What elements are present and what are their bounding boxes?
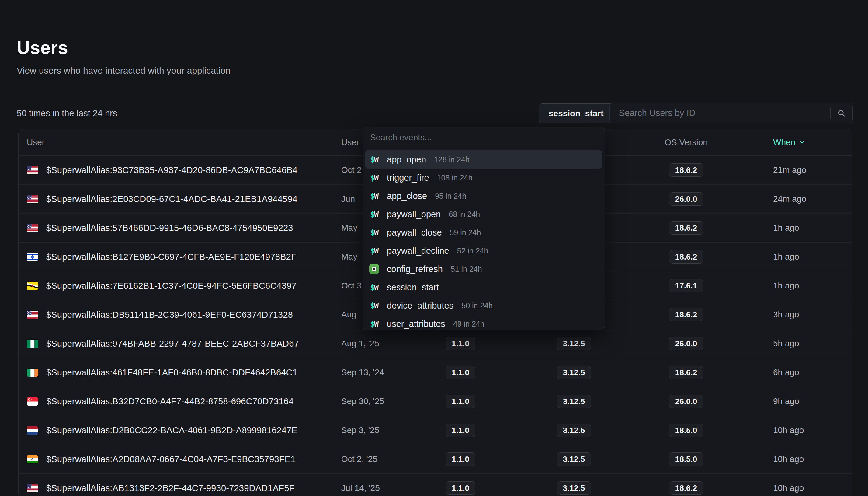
user-first-seen: Jul 14, '25	[341, 474, 380, 496]
os-version-badge: 26.0.0	[669, 192, 703, 206]
search-input[interactable]	[610, 103, 830, 123]
table-row[interactable]: $SuperwallAlias:AB1313F2-2B2F-44C7-9930-…	[19, 474, 852, 496]
event-count: 108 in 24h	[437, 173, 472, 182]
event-count: 51 in 24h	[451, 265, 482, 274]
event-list: $W app_open 128 in 24h $W trigger_fire 1…	[363, 148, 605, 330]
user-id: $SuperwallAlias:461F48FE-1AF0-46B0-8DBC-…	[46, 358, 298, 387]
app-version-badge: 1.1.0	[446, 366, 476, 379]
when-value: 1h ago	[773, 214, 799, 242]
event-name: trigger_fire	[387, 173, 429, 183]
column-header-when[interactable]: When	[773, 129, 805, 155]
event-list-item[interactable]: $W app_close 95 in 24h	[365, 187, 602, 205]
when-value: 9h ago	[773, 387, 799, 416]
event-count: 95 in 24h	[435, 192, 466, 201]
when-value: 10h ago	[773, 474, 804, 496]
user-first-seen: May	[341, 214, 357, 242]
event-list-item[interactable]: $W paywall_close 59 in 24h	[365, 223, 602, 242]
user-id: $SuperwallAlias:D2B0CC22-BACA-4061-9B2D-…	[46, 416, 298, 445]
column-header-first-seen: User	[341, 129, 359, 155]
os-version-badge: 18.5.0	[669, 452, 703, 466]
when-value: 10h ago	[773, 445, 804, 474]
os-version-badge: 18.6.2	[669, 221, 703, 235]
event-list-item[interactable]: $W paywall_open 68 in 24h	[365, 205, 602, 223]
event-filter-dropdown: $W app_open 128 in 24h $W trigger_fire 1…	[363, 127, 605, 330]
when-value: 6h ago	[773, 358, 799, 387]
table-row[interactable]: $SuperwallAlias:A2D08AA7-0667-4C04-A7F3-…	[19, 445, 852, 474]
sdk-version-badge: 3.12.5	[557, 452, 591, 466]
user-id: $SuperwallAlias:B127E9B0-C697-4CFB-AE9E-…	[46, 243, 296, 271]
superwall-event-icon: $W	[369, 191, 379, 201]
column-header-os-version: OS Version	[649, 129, 723, 155]
os-version-badge: 18.6.2	[669, 250, 703, 264]
flag-ng-icon	[27, 340, 38, 348]
sdk-version-badge: 3.12.5	[557, 337, 591, 350]
event-name: config_refresh	[387, 264, 443, 274]
table-row[interactable]: $SuperwallAlias:D2B0CC22-BACA-4061-9B2D-…	[19, 416, 852, 445]
event-list-item[interactable]: $W app_open 128 in 24h	[365, 150, 602, 169]
when-value: 5h ago	[773, 329, 799, 358]
superwall-event-icon: $W	[369, 282, 379, 292]
user-first-seen: Sep 30, '25	[341, 387, 384, 416]
app-version-badge: 1.1.0	[446, 481, 476, 495]
superwall-event-icon: $W	[369, 246, 379, 255]
os-version-badge: 26.0.0	[669, 337, 703, 350]
os-version-badge: 18.6.2	[669, 366, 703, 379]
user-id: $SuperwallAlias:DB51141B-2C39-4061-9EF0-…	[46, 300, 293, 329]
event-name: app_close	[387, 191, 427, 201]
event-list-item[interactable]: config_refresh 51 in 24h	[365, 260, 602, 278]
app-version-badge: 1.1.0	[446, 395, 476, 408]
user-id: $SuperwallAlias:B32D7CB0-A4F7-44B2-8758-…	[46, 387, 293, 416]
app-version-badge: 1.1.0	[446, 423, 476, 437]
user-first-seen: Oct 2, '25	[341, 445, 377, 474]
event-name: session_start	[387, 282, 439, 292]
superwall-event-icon: $W	[369, 301, 379, 310]
event-search-input[interactable]	[363, 127, 605, 148]
user-id: $SuperwallAlias:A2D08AA7-0667-4C04-A7F3-…	[46, 445, 295, 474]
event-search-row	[363, 127, 605, 148]
user-id: $SuperwallAlias:93C73B35-A937-4D20-86DB-…	[46, 156, 298, 184]
superwall-event-icon: $W	[369, 210, 379, 219]
user-first-seen: Jun	[341, 185, 355, 213]
sdk-version-badge: 3.12.5	[557, 481, 591, 495]
os-version-badge: 17.6.1	[669, 279, 703, 292]
user-first-seen: Oct 2	[341, 156, 361, 184]
event-count: 49 in 24h	[453, 320, 484, 328]
event-name: paywall_close	[387, 228, 442, 238]
config-refresh-icon	[369, 264, 379, 274]
table-row[interactable]: $SuperwallAlias:461F48FE-1AF0-46B0-8DBC-…	[19, 358, 852, 387]
event-list-item[interactable]: $W session_start	[365, 278, 602, 296]
app-version-badge: 1.1.0	[446, 337, 476, 350]
superwall-event-icon: $W	[369, 173, 379, 183]
user-first-seen: Aug 1, '25	[341, 329, 379, 358]
page-title: Users	[17, 37, 68, 58]
user-id: $SuperwallAlias:AB1313F2-2B2F-44C7-9930-…	[46, 474, 294, 496]
event-list-item[interactable]: $W trigger_fire 108 in 24h	[365, 169, 602, 187]
user-first-seen: Aug	[341, 300, 356, 329]
sdk-version-badge: 3.12.5	[557, 366, 591, 379]
event-list-item[interactable]: $W device_attributes 50 in 24h	[365, 296, 602, 315]
user-search	[610, 103, 853, 123]
sdk-version-badge: 3.12.5	[557, 423, 591, 437]
user-first-seen: Oct 3	[341, 272, 361, 300]
event-list-item[interactable]: $W paywall_decline 52 in 24h	[365, 242, 602, 260]
event-list-item[interactable]: $W user_attributes 49 in 24h	[365, 315, 602, 330]
event-name: device_attributes	[387, 301, 453, 311]
when-value: 1h ago	[773, 243, 799, 271]
flag-us-icon	[27, 195, 38, 203]
flag-us-icon	[27, 224, 38, 232]
superwall-event-icon: $W	[369, 228, 379, 237]
event-name: paywall_open	[387, 210, 441, 219]
flag-sg-icon	[27, 398, 38, 406]
flag-us-icon	[27, 311, 38, 319]
table-row[interactable]: $SuperwallAlias:B32D7CB0-A4F7-44B2-8758-…	[19, 387, 852, 416]
when-value: 24m ago	[773, 185, 806, 213]
os-version-badge: 18.6.2	[669, 481, 703, 495]
os-version-badge: 18.6.2	[669, 164, 703, 177]
search-icon[interactable]	[831, 103, 852, 123]
user-first-seen: Sep 3, '25	[341, 416, 379, 445]
event-filter-button[interactable]: session_start	[539, 104, 614, 123]
superwall-event-icon: $W	[369, 155, 379, 164]
event-count: 128 in 24h	[434, 155, 470, 164]
when-value: 1h ago	[773, 272, 799, 300]
table-row[interactable]: $SuperwallAlias:974BFABB-2297-4787-BEEC-…	[19, 329, 852, 358]
